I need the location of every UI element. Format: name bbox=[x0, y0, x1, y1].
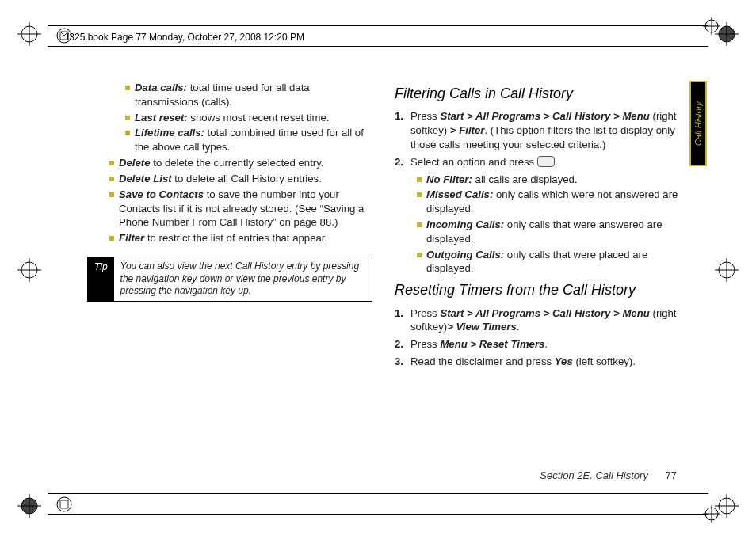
step-row: 2. Select an option and press . bbox=[395, 155, 680, 169]
bullet-icon bbox=[125, 86, 130, 90]
text: Press bbox=[410, 338, 440, 350]
term: Filter bbox=[119, 232, 144, 244]
footer-page-number: 77 bbox=[666, 470, 677, 481]
list-item: Missed Calls: only calls which were not … bbox=[417, 188, 680, 216]
term: Missed Calls: bbox=[426, 188, 493, 200]
ui-path: Start > All Programs > Call History > Me… bbox=[440, 110, 649, 122]
bullet-icon bbox=[417, 222, 422, 227]
crop-mark-tl bbox=[17, 22, 41, 46]
term: Outgoing Calls: bbox=[426, 249, 504, 260]
bullet-icon bbox=[109, 236, 114, 241]
step-number: 1. bbox=[395, 109, 410, 151]
term: Last reset: bbox=[135, 112, 188, 124]
text: . bbox=[544, 338, 548, 350]
desc: to restrict the list of entries that app… bbox=[144, 232, 327, 244]
term: Save to Contacts bbox=[119, 188, 204, 200]
desc: shows most recent reset time. bbox=[188, 112, 330, 124]
list-item: Filter to restrict the list of entries t… bbox=[109, 231, 372, 245]
bullet-icon bbox=[109, 192, 114, 197]
left-column: Data calls: total time used for all data… bbox=[87, 79, 372, 491]
text: Press bbox=[410, 307, 440, 319]
desc: all calls are displayed. bbox=[472, 173, 578, 185]
tip-label: Tip bbox=[88, 257, 114, 301]
list-item: No Filter: all calls are displayed. bbox=[417, 173, 680, 187]
list-item: Lifetime calls: total combined time used… bbox=[125, 126, 372, 154]
header-rule-top bbox=[48, 25, 708, 26]
list-item: Incoming Calls: only calls that were ans… bbox=[417, 218, 680, 246]
step-row: 3. Read the disclaimer and press Yes (le… bbox=[395, 355, 680, 369]
term: Delete bbox=[119, 157, 151, 169]
tip-box: Tip You can also view the next Call Hist… bbox=[87, 257, 372, 302]
ui-path: > Filter bbox=[450, 124, 485, 136]
list-item: Outgoing Calls: only calls that were pla… bbox=[417, 248, 680, 276]
page-footer: Section 2E. Call History 77 bbox=[540, 470, 677, 481]
bullet-icon bbox=[417, 192, 422, 197]
crop-mark-ml bbox=[17, 258, 41, 282]
term: Incoming Calls: bbox=[426, 219, 504, 230]
bullet-icon bbox=[109, 177, 114, 181]
heading-filtering: Filtering Calls in Call History bbox=[395, 84, 680, 103]
heading-resetting: Resetting Timers from the Call History bbox=[395, 280, 680, 299]
list-item: Save to Contacts to save the number into… bbox=[109, 188, 372, 230]
bullet-icon bbox=[417, 253, 422, 257]
bullet-icon bbox=[125, 131, 130, 135]
footer-book-icon bbox=[55, 496, 73, 513]
desc: to delete all Call History entries. bbox=[172, 173, 322, 184]
ok-button-icon bbox=[537, 156, 555, 167]
list-item: Last reset: shows most recent reset time… bbox=[125, 111, 372, 125]
footer-rule-bottom bbox=[48, 514, 708, 515]
footer-mark-right bbox=[703, 505, 720, 523]
step-row: 1. Press Start > All Programs > Call His… bbox=[395, 306, 680, 335]
ui-path: > View Timers bbox=[447, 321, 517, 333]
ui-path: Start > All Programs > Call History > Me… bbox=[440, 307, 649, 319]
header-stamp: I325.book Page 77 Monday, October 27, 20… bbox=[67, 32, 304, 43]
list-item: Delete List to delete all Call History e… bbox=[109, 172, 372, 186]
footer-section: Section 2E. Call History bbox=[540, 470, 648, 481]
step-number: 3. bbox=[395, 355, 410, 369]
text: . bbox=[555, 156, 558, 168]
page-body: Data calls: total time used for all data… bbox=[87, 79, 697, 491]
text: Select an option and press bbox=[410, 156, 537, 168]
header-rule-bottom bbox=[48, 46, 708, 47]
right-column: Filtering Calls in Call History 1. Press… bbox=[395, 79, 680, 491]
desc: to delete the currently selected entry. bbox=[151, 157, 324, 169]
bullet-icon bbox=[417, 177, 422, 182]
crop-mark-bl bbox=[17, 494, 41, 518]
ui-path: Menu > Reset Timers bbox=[440, 338, 544, 350]
footer-rule-top bbox=[48, 493, 708, 494]
text: Read the disclaimer and press bbox=[410, 356, 555, 367]
term: Lifetime calls: bbox=[135, 127, 204, 139]
term: Delete List bbox=[119, 173, 172, 184]
text: Press bbox=[410, 110, 440, 122]
list-item: Delete to delete the currently selected … bbox=[109, 156, 372, 170]
list-item: Data calls: total time used for all data… bbox=[125, 81, 372, 109]
text: (left softkey). bbox=[573, 356, 636, 367]
step-row: 2. Press Menu > Reset Timers. bbox=[395, 337, 680, 352]
header-mark-right bbox=[703, 17, 720, 35]
term: No Filter: bbox=[426, 173, 472, 185]
bullet-icon bbox=[109, 161, 114, 165]
step-number: 2. bbox=[395, 337, 410, 352]
tip-body: You can also view the next Call History … bbox=[114, 257, 372, 301]
step-number: 1. bbox=[395, 306, 410, 335]
term: Data calls: bbox=[135, 82, 187, 93]
term: Yes bbox=[555, 356, 573, 367]
step-number: 2. bbox=[395, 155, 410, 169]
bullet-icon bbox=[125, 116, 130, 120]
text: . bbox=[517, 321, 520, 333]
step-row: 1. Press Start > All Programs > Call His… bbox=[395, 109, 680, 151]
svg-point-22 bbox=[57, 497, 71, 511]
crop-mark-mr bbox=[715, 258, 739, 282]
